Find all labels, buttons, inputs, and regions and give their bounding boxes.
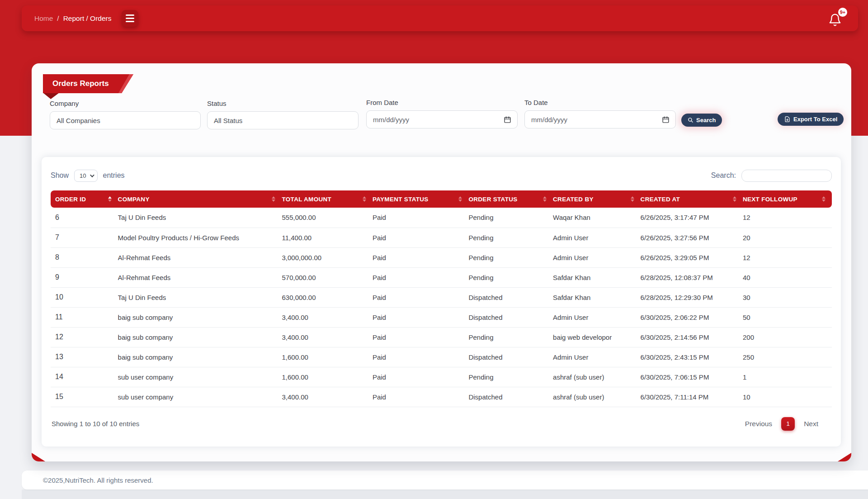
bottom-strip [22, 489, 868, 499]
export-file-icon [784, 116, 791, 123]
page-title: Orders Reports [52, 79, 109, 88]
breadcrumb-separator: / [57, 14, 59, 23]
notifications-button[interactable]: 9+ [828, 10, 844, 27]
cell-payment-status: Paid [373, 307, 469, 327]
cell-next-followup: 30 [743, 287, 832, 307]
table-info: Showing 1 to 10 of 10 entries [52, 420, 139, 428]
card-corner-fold-right [838, 453, 851, 461]
search-button[interactable]: Search [681, 114, 722, 127]
sort-asc-icon [108, 196, 112, 199]
search-icon [688, 117, 693, 123]
cell-created-by: Admin User [553, 347, 641, 367]
breadcrumb-home-link[interactable]: Home [34, 14, 53, 23]
sort-desc-icon [822, 200, 826, 202]
show-label: Show [51, 171, 69, 180]
orders-report-card: Orders Reports Company All Companies Sta… [32, 63, 851, 461]
cell-order-id: 10 [51, 287, 118, 307]
cell-payment-status: Paid [373, 387, 469, 407]
sort-desc-icon [543, 200, 547, 202]
hamburger-icon [126, 14, 134, 16]
cell-created-at: 6/28/2025, 12:29:30 PM [641, 287, 743, 307]
column-header[interactable]: CREATED BY [553, 190, 641, 208]
export-to-excel-button[interactable]: Export To Excel [778, 113, 844, 126]
pagination-previous[interactable]: Previous [745, 420, 772, 428]
pagination-page-1[interactable]: 1 [781, 417, 795, 431]
cell-created-at: 6/30/2025, 7:11:14 PM [641, 387, 743, 407]
top-navbar: Home / Report / Orders 9+ [22, 5, 858, 31]
sort-asc-icon [272, 196, 275, 199]
cell-order-id: 15 [51, 387, 118, 407]
column-header-label: COMPANY [118, 196, 150, 203]
column-header[interactable]: ORDER STATUS [468, 190, 553, 208]
cell-order-id: 7 [51, 228, 118, 247]
page-length-select[interactable]: 10 [74, 170, 97, 182]
table-search-input[interactable] [741, 170, 832, 182]
column-header-label: NEXT FOLLOWUP [743, 196, 797, 203]
company-filter-select[interactable]: All Companies [50, 111, 201, 129]
sort-icons [458, 196, 462, 202]
cell-company: sub user company [118, 387, 282, 407]
to-date-input[interactable]: mm/dd/yyyy [524, 110, 676, 128]
column-header[interactable]: NEXT FOLLOWUP [743, 190, 832, 208]
company-filter-value: All Companies [57, 117, 100, 124]
sort-icons [363, 196, 366, 202]
pagination-next[interactable]: Next [804, 420, 818, 428]
from-date-placeholder: mm/dd/yyyy [373, 116, 409, 124]
cell-total-amount: 3,000,000.00 [282, 247, 372, 267]
status-filter-label: Status [207, 100, 359, 107]
cell-total-amount: 3,400.00 [282, 307, 372, 327]
cell-order-status: Dispatched [468, 387, 553, 407]
cell-company: baig sub company [118, 327, 282, 347]
table-header-row: ORDER ID COMPANY TOTAL AMOUNT PAYMENT ST… [51, 190, 832, 208]
sort-desc-icon [733, 200, 736, 202]
table-row: 15 sub user company 3,400.00 Paid Dispat… [51, 387, 832, 407]
calendar-icon[interactable] [504, 116, 511, 124]
sort-desc-icon [272, 200, 275, 202]
cell-payment-status: Paid [373, 247, 469, 267]
table-row: 12 baig sub company 3,400.00 Paid Pendin… [51, 327, 832, 347]
page-title-ribbon: Orders Reports [43, 74, 133, 93]
table-panel: Show 10 entries Search: ORDER ID COMPANY [42, 157, 841, 447]
cell-order-id: 8 [51, 247, 118, 267]
sort-asc-icon [363, 196, 366, 199]
to-date-placeholder: mm/dd/yyyy [531, 116, 567, 124]
status-filter-select[interactable]: All Status [207, 111, 359, 129]
column-header-label: TOTAL AMOUNT [282, 196, 331, 203]
sort-asc-icon [733, 196, 736, 199]
cell-next-followup: 12 [743, 208, 832, 228]
cell-total-amount: 11,400.00 [282, 228, 372, 247]
column-header[interactable]: TOTAL AMOUNT [282, 190, 372, 208]
column-header[interactable]: ORDER ID [51, 190, 118, 208]
cell-created-at: 6/30/2025, 2:06:22 PM [641, 307, 743, 327]
from-date-input[interactable]: mm/dd/yyyy [366, 110, 518, 128]
sort-desc-icon [108, 200, 112, 202]
column-header-label: CREATED BY [553, 196, 594, 203]
cell-created-at: 6/30/2025, 2:43:15 PM [641, 347, 743, 367]
column-header[interactable]: COMPANY [118, 190, 282, 208]
table-search-control: Search: [711, 170, 832, 182]
sort-asc-icon [543, 196, 547, 199]
column-header-label: PAYMENT STATUS [373, 196, 429, 203]
cell-next-followup: 12 [743, 247, 832, 267]
table-row: 7 Model Poultry Products / Hi-Grow Feeds… [51, 228, 832, 247]
table-row: 8 Al-Rehmat Feeds 3,000,000.00 Paid Pend… [51, 247, 832, 267]
cell-total-amount: 570,000.00 [282, 267, 372, 287]
table-row: 10 Taj U Din Feeds 630,000.00 Paid Dispa… [51, 287, 832, 307]
entries-label: entries [103, 171, 125, 180]
sort-asc-icon [458, 196, 462, 199]
sort-icons [543, 196, 547, 202]
ribbon-fold [43, 93, 59, 99]
column-header[interactable]: CREATED AT [641, 190, 743, 208]
cell-created-by: Safdar Khan [553, 267, 641, 287]
column-header-label: ORDER STATUS [468, 196, 517, 203]
cell-created-at: 6/30/2025, 7:06:15 PM [641, 367, 743, 387]
company-filter-label: Company [50, 100, 201, 107]
cell-company: Al-Rehmat Feeds [118, 247, 282, 267]
column-header[interactable]: PAYMENT STATUS [373, 190, 469, 208]
cell-created-by: Admin User [553, 307, 641, 327]
cell-company: Model Poultry Products / Hi-Grow Feeds [118, 228, 282, 247]
cell-created-at: 6/26/2025, 3:29:05 PM [641, 247, 743, 267]
menu-toggle-button[interactable] [122, 10, 138, 27]
calendar-icon[interactable] [662, 116, 670, 124]
cell-total-amount: 3,400.00 [282, 387, 372, 407]
